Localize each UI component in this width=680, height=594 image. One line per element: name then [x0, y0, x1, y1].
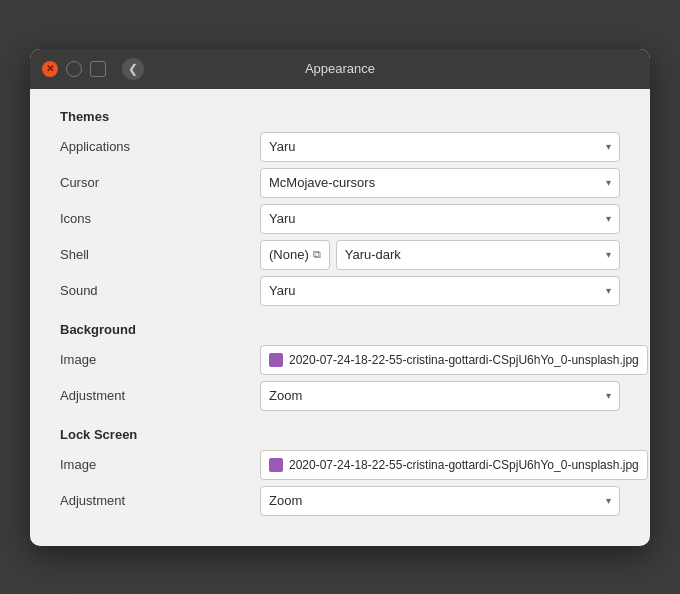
shell-label: Shell — [60, 247, 260, 262]
chevron-down-icon: ▾ — [606, 141, 611, 152]
window-title: Appearance — [305, 61, 375, 76]
cursor-row: Cursor McMojave-cursors ▾ — [60, 168, 620, 198]
shell-row: Shell (None) ⧉ Yaru-dark ▾ — [60, 240, 620, 270]
applications-row: Applications Yaru ▾ — [60, 132, 620, 162]
shell-none-label: (None) — [269, 247, 309, 262]
titlebar: ✕ ❮ Appearance — [30, 49, 650, 89]
chevron-down-icon: ▾ — [606, 177, 611, 188]
icons-value: Yaru — [269, 211, 296, 226]
chevron-down-icon: ▾ — [606, 495, 611, 506]
maximize-button[interactable] — [90, 61, 106, 77]
shell-none-badge[interactable]: (None) ⧉ — [260, 240, 330, 270]
icons-control: Yaru ▾ — [260, 204, 620, 234]
chevron-down-icon: ▾ — [606, 249, 611, 260]
background-image-filename: 2020-07-24-18-22-55-cristina-gottardi-CS… — [289, 353, 639, 367]
lockscreen-image-filename: 2020-07-24-18-22-55-cristina-gottardi-CS… — [289, 458, 639, 472]
sound-row: Sound Yaru ▾ — [60, 276, 620, 306]
shell-control: (None) ⧉ Yaru-dark ▾ — [260, 240, 620, 270]
close-icon: ✕ — [46, 63, 54, 74]
lockscreen-image-thumb — [269, 458, 283, 472]
lock-screen-section-label: Lock Screen — [60, 427, 620, 442]
background-adjustment-dropdown[interactable]: Zoom ▾ — [260, 381, 620, 411]
minimize-button[interactable] — [66, 61, 82, 77]
applications-dropdown[interactable]: Yaru ▾ — [260, 132, 620, 162]
lockscreen-adjustment-label: Adjustment — [60, 493, 260, 508]
shell-dropdown[interactable]: Yaru-dark ▾ — [336, 240, 620, 270]
lockscreen-adjustment-dropdown[interactable]: Zoom ▾ — [260, 486, 620, 516]
sound-dropdown[interactable]: Yaru ▾ — [260, 276, 620, 306]
copy-icon: ⧉ — [313, 248, 321, 261]
applications-value: Yaru — [269, 139, 296, 154]
background-adjustment-value: Zoom — [269, 388, 302, 403]
main-content: Themes Applications Yaru ▾ Cursor McMoja… — [30, 89, 650, 546]
chevron-down-icon: ▾ — [606, 390, 611, 401]
shell-value: Yaru-dark — [345, 247, 401, 262]
app-window: ✕ ❮ Appearance Themes Applications Yaru … — [30, 49, 650, 546]
lockscreen-image-row: Image 2020-07-24-18-22-55-cristina-gotta… — [60, 450, 620, 480]
background-image-row: Image 2020-07-24-18-22-55-cristina-gotta… — [60, 345, 620, 375]
background-adjustment-control: Zoom ▾ — [260, 381, 620, 411]
applications-control: Yaru ▾ — [260, 132, 620, 162]
lockscreen-image-label: Image — [60, 457, 260, 472]
cursor-control: McMojave-cursors ▾ — [260, 168, 620, 198]
chevron-left-icon: ❮ — [128, 62, 138, 76]
applications-label: Applications — [60, 139, 260, 154]
cursor-dropdown[interactable]: McMojave-cursors ▾ — [260, 168, 620, 198]
back-button[interactable]: ❮ — [122, 58, 144, 80]
background-adjustment-label: Adjustment — [60, 388, 260, 403]
lockscreen-image-field[interactable]: 2020-07-24-18-22-55-cristina-gottardi-CS… — [260, 450, 648, 480]
close-button[interactable]: ✕ — [42, 61, 58, 77]
window-controls: ✕ ❮ — [42, 58, 144, 80]
background-adjustment-row: Adjustment Zoom ▾ — [60, 381, 620, 411]
background-image-field[interactable]: 2020-07-24-18-22-55-cristina-gottardi-CS… — [260, 345, 648, 375]
chevron-down-icon: ▾ — [606, 285, 611, 296]
sound-value: Yaru — [269, 283, 296, 298]
icons-label: Icons — [60, 211, 260, 226]
lockscreen-adjustment-row: Adjustment Zoom ▾ — [60, 486, 620, 516]
background-image-label: Image — [60, 352, 260, 367]
chevron-down-icon: ▾ — [606, 213, 611, 224]
icons-row: Icons Yaru ▾ — [60, 204, 620, 234]
icons-dropdown[interactable]: Yaru ▾ — [260, 204, 620, 234]
sound-control: Yaru ▾ — [260, 276, 620, 306]
sound-label: Sound — [60, 283, 260, 298]
background-image-control: 2020-07-24-18-22-55-cristina-gottardi-CS… — [260, 345, 650, 375]
lockscreen-image-control: 2020-07-24-18-22-55-cristina-gottardi-CS… — [260, 450, 650, 480]
lockscreen-adjustment-value: Zoom — [269, 493, 302, 508]
background-image-thumb — [269, 353, 283, 367]
themes-section-label: Themes — [60, 109, 620, 124]
cursor-label: Cursor — [60, 175, 260, 190]
background-section-label: Background — [60, 322, 620, 337]
cursor-value: McMojave-cursors — [269, 175, 375, 190]
lockscreen-adjustment-control: Zoom ▾ — [260, 486, 620, 516]
